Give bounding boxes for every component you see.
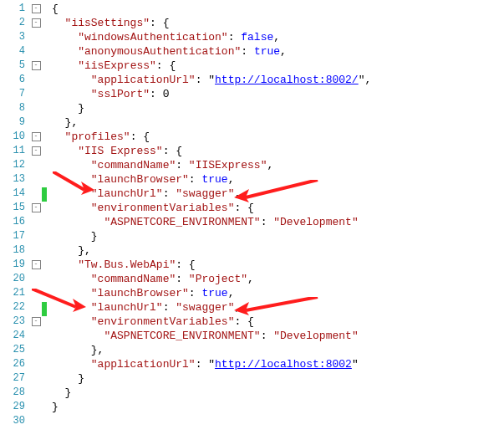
fold-toggle-icon[interactable]: -: [32, 132, 41, 141]
fold-toggle-icon[interactable]: -: [32, 260, 41, 269]
fold-toggle-icon[interactable]: -: [32, 203, 41, 212]
fold-cell: -: [30, 130, 42, 144]
line-number: 20: [0, 272, 25, 286]
fold-cell: [30, 371, 42, 386]
token: "applicationUrl": [91, 358, 196, 371]
token: ": [352, 358, 359, 371]
line-number: 11: [0, 144, 25, 158]
fold-cell: -: [30, 144, 42, 158]
token: : {: [234, 202, 253, 214]
line-number: 8: [0, 101, 25, 115]
token: :: [228, 31, 242, 43]
token: "IISExpress": [189, 159, 267, 171]
marker-cell: [42, 345, 48, 359]
code-line: "ASPNETCORE_ENVIRONMENT": "Development": [52, 329, 504, 343]
token: "Development": [273, 216, 358, 228]
code-area: { "iisSettings": { "windowsAuthenticatio…: [48, 0, 504, 432]
token: ,: [234, 301, 241, 314]
token: :: [163, 187, 176, 200]
fold-gutter: --------: [30, 0, 42, 432]
fold-cell: [30, 414, 42, 428]
code-line: },: [52, 115, 504, 130]
fold-cell: -: [30, 16, 42, 30]
code-line: }: [52, 229, 504, 243]
url-token[interactable]: http://localhost:8002/: [215, 74, 359, 86]
token: }: [65, 386, 72, 399]
fold-cell: [30, 357, 42, 371]
token: "ASPNETCORE_ENVIRONMENT": [104, 330, 260, 342]
token: : ": [196, 358, 215, 371]
token: "anonymousAuthentication": [78, 45, 241, 58]
marker-cell: [42, 30, 48, 44]
marker-cell: [42, 2, 48, 16]
fold-cell: [30, 115, 42, 130]
token: },: [91, 344, 104, 356]
token: :: [163, 301, 176, 314]
fold-cell: [30, 158, 42, 172]
token: ,: [234, 187, 241, 200]
marker-cell: [42, 359, 48, 373]
token: },: [78, 244, 91, 257]
token: :: [176, 273, 189, 285]
code-line: {: [52, 2, 504, 16]
fold-cell: [30, 343, 42, 357]
token: : {: [163, 145, 182, 157]
token: }: [78, 372, 84, 385]
token: ",: [359, 74, 372, 86]
token: "iisExpress": [78, 59, 156, 72]
token: : {: [234, 315, 253, 328]
token: true: [201, 287, 227, 299]
line-number: 26: [0, 357, 25, 371]
fold-toggle-icon[interactable]: -: [32, 18, 41, 28]
fold-toggle-icon[interactable]: -: [32, 61, 41, 70]
token: ,: [267, 159, 273, 171]
fold-toggle-icon[interactable]: -: [32, 146, 41, 156]
marker-cell: [42, 87, 48, 101]
code-line: },: [52, 343, 504, 357]
code-line: }: [52, 101, 504, 115]
code-line: "iisSettings": {: [52, 16, 504, 30]
token: : {: [156, 59, 176, 72]
token: "Project": [189, 273, 247, 285]
code-line: "anonymousAuthentication": true,: [52, 44, 504, 59]
marker-cell: [42, 244, 48, 258]
token: "sslPort": [91, 88, 150, 100]
marker-cell: [42, 302, 48, 316]
token: "commandName": [91, 159, 176, 171]
marker-cell: [42, 115, 48, 130]
line-number: 14: [0, 187, 25, 201]
token: "profiles": [65, 130, 130, 143]
code-line: "launchBrowser": true,: [52, 172, 504, 187]
line-number: 6: [0, 73, 25, 87]
token: false: [241, 31, 273, 43]
token: ,: [273, 31, 280, 43]
token: "launchBrowser": [91, 287, 189, 299]
fold-cell: [30, 172, 42, 187]
fold-toggle-icon[interactable]: -: [32, 4, 41, 13]
token: :: [189, 287, 202, 299]
marker-cell: [42, 101, 48, 115]
code-line: "sslPort": 0: [52, 87, 504, 101]
line-number: 29: [0, 400, 25, 414]
token: : {: [150, 17, 169, 29]
marker-cell: [42, 230, 48, 244]
token: "windowsAuthentication": [78, 31, 227, 43]
line-number: 15: [0, 201, 25, 215]
code-line: }: [52, 400, 504, 414]
fold-cell: [30, 44, 42, 59]
code-line: }: [52, 386, 504, 400]
fold-toggle-icon[interactable]: -: [32, 317, 41, 326]
token: true: [254, 45, 280, 58]
code-line: "environmentVariables": {: [52, 201, 504, 215]
token: "IIS Express": [78, 145, 162, 157]
line-number: 9: [0, 115, 25, 130]
line-number: 28: [0, 386, 25, 400]
fold-cell: [30, 286, 42, 300]
fold-cell: [30, 329, 42, 343]
url-token[interactable]: http://localhost:8002: [215, 358, 352, 371]
line-number: 25: [0, 343, 25, 357]
line-number: 13: [0, 172, 25, 187]
fold-cell: -: [30, 315, 42, 329]
line-number: 23: [0, 315, 25, 329]
line-number: 16: [0, 215, 25, 229]
